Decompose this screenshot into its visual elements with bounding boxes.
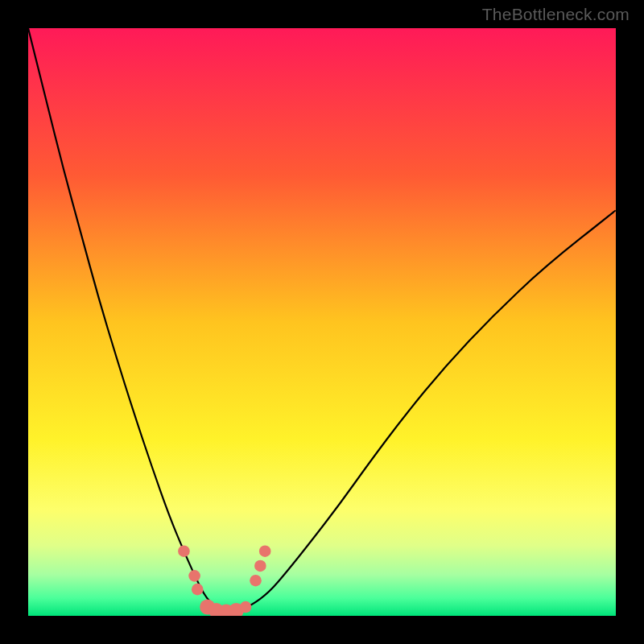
marker-dot [192,584,204,596]
markers-group [178,545,270,616]
marker-dot [178,545,190,557]
marker-dot [250,575,262,587]
plot-area [28,28,616,616]
watermark-text: TheBottleneck.com [482,5,630,24]
curve-layer [28,28,616,616]
marker-dot [259,545,271,557]
chart-stage: TheBottleneck.com [0,0,644,644]
marker-dot [254,560,266,572]
bottleneck-curve [28,28,616,611]
marker-dot [188,570,200,582]
marker-dot [240,601,252,613]
